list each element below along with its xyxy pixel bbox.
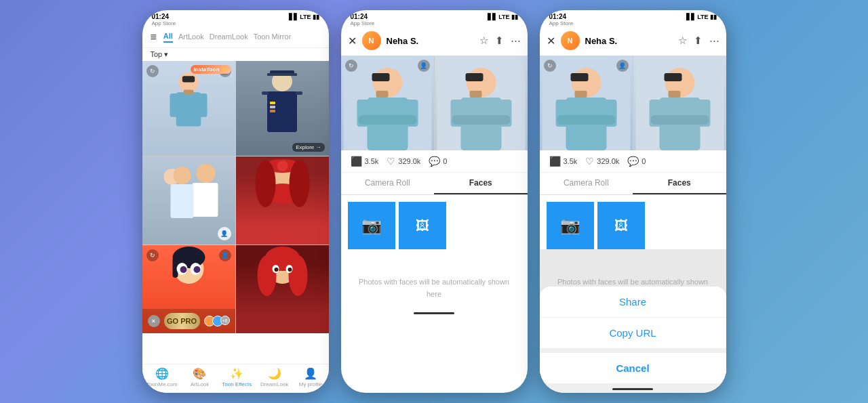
image-family: 👤	[142, 156, 235, 245]
share-icon-3[interactable]: ⬆	[694, 35, 703, 47]
share-icon-2[interactable]: ⬆	[495, 35, 504, 47]
phone-2: 01:24 ▋▋ LTE ▮▮ App Store ✕ N Neha S. ☆ …	[341, 10, 528, 393]
lte-label-3: LTE	[697, 14, 708, 20]
battery-icon-2: ▮▮	[511, 14, 518, 20]
share-button[interactable]: Share	[540, 287, 726, 318]
camera-upload-btn-2[interactable]: 📷	[348, 202, 395, 249]
grid-item-toon[interactable]: ↻ 👤 ×	[142, 245, 235, 333]
app-store-label-1: App Store	[142, 20, 329, 28]
time-2: 01:24	[351, 13, 368, 20]
badge-instatoon: InstaToon ⚡	[191, 65, 231, 74]
nav-item-profile[interactable]: 👤 My profile	[297, 367, 324, 387]
nav-item-dreamlook[interactable]: 🌙 DreamLook	[260, 367, 288, 387]
svg-point-36	[257, 255, 276, 296]
gallery-upload-btn-3[interactable]: 🖼	[597, 202, 645, 249]
tab-faces-3[interactable]: Faces	[633, 173, 726, 194]
nav-header-1: ≡ All ArtLook DreamLook Toon Mirror	[142, 28, 329, 48]
star-icon-2[interactable]: ☆	[479, 35, 488, 47]
svg-rect-48	[372, 73, 389, 81]
sync-icon-orig-2: ↻	[345, 60, 357, 72]
nav-item-artlook[interactable]: 🎨 ArtLook	[186, 367, 213, 387]
hamburger-icon[interactable]: ≡	[151, 31, 157, 43]
tab-camera-roll-3[interactable]: Camera Roll	[540, 173, 633, 194]
filter-top[interactable]: Top ▾	[142, 48, 329, 61]
gallery-upload-btn-2[interactable]: 🖼	[399, 202, 446, 249]
go-pro-button[interactable]: GO PRO	[164, 313, 200, 329]
avatar-count: +6	[220, 316, 230, 325]
more-icon-2[interactable]: ⋯	[511, 35, 521, 47]
comment-icon-3: 💬	[627, 156, 639, 167]
image-man-blue: ↻ 👤	[142, 61, 235, 156]
nav-item-toonme[interactable]: 🌐 ToonMe.com	[146, 367, 178, 387]
nav-label-tooneffects: Toon Effects	[222, 381, 252, 387]
svg-point-40	[274, 268, 278, 272]
content-tabs-2: Camera Roll Faces	[341, 173, 528, 195]
tab-artlook[interactable]: ArtLook	[178, 33, 204, 42]
svg-rect-20	[170, 184, 193, 218]
home-indicator-3	[540, 384, 726, 393]
svg-rect-14	[262, 91, 269, 95]
svg-point-26	[289, 160, 309, 207]
close-button-2[interactable]: ✕	[348, 35, 357, 47]
svg-rect-11	[270, 102, 275, 104]
tab-dreamlook[interactable]: DreamLook	[210, 33, 248, 42]
tab-all[interactable]: All	[163, 32, 173, 43]
heart-icon-3: ♡	[585, 156, 594, 167]
battery-icon-3: ▮▮	[710, 14, 717, 20]
nav-tabs-1: All ArtLook DreamLook Toon Mirror	[163, 32, 291, 43]
svg-point-23	[277, 161, 288, 171]
tab-faces-2[interactable]: Faces	[434, 173, 528, 194]
status-bar-3: 01:24 ▋▋ LTE ▮▮	[540, 10, 726, 20]
grid-item-uniform[interactable]: Explore →	[236, 61, 329, 156]
grid-item-man-blue[interactable]: ↻ 👤 InstaToon ⚡	[142, 61, 235, 156]
svg-rect-15	[296, 91, 302, 95]
face-icon-toon: 👤	[219, 249, 231, 261]
svg-rect-65	[574, 91, 587, 98]
red-woman-figure	[236, 156, 329, 245]
close-button-3[interactable]: ✕	[547, 35, 555, 47]
svg-rect-12	[270, 106, 275, 108]
cancel-button[interactable]: Cancel	[540, 353, 726, 384]
camera-upload-btn-3[interactable]: 📷	[547, 202, 594, 249]
grid-item-red-woman[interactable]	[236, 156, 329, 245]
tab-camera-roll-2[interactable]: Camera Roll	[341, 173, 435, 194]
go-pro-bar: × GO PRO +6	[142, 309, 235, 333]
upload-area-2: 📷 🖼	[341, 195, 528, 249]
go-pro-close-btn[interactable]: ×	[148, 315, 160, 327]
share-sheet: Share Copy URL Cancel	[540, 287, 726, 393]
heart-icon-2: ♡	[387, 156, 395, 167]
transformed-man-figure	[435, 56, 528, 150]
phone-1: 01:24 ▋▋ LTE ▮▮ App Store ≡ All ArtLook …	[142, 10, 329, 393]
tab-toonmirror[interactable]: Toon Mirror	[254, 33, 292, 42]
svg-rect-73	[668, 91, 680, 98]
copy-url-button[interactable]: Copy URL	[540, 318, 726, 349]
grid-item-family[interactable]: 👤	[142, 156, 235, 245]
image-red-woman	[236, 156, 329, 245]
svg-point-32	[180, 266, 186, 273]
more-icon-3[interactable]: ⋯	[709, 35, 719, 47]
grid-item-redhair[interactable]	[236, 245, 329, 333]
result-images-2: ↻ 👤	[341, 56, 528, 150]
original-image-3: ↻ 👤	[540, 56, 633, 150]
transformed-man-figure-3	[633, 56, 726, 150]
svg-rect-13	[270, 110, 275, 112]
nav-icon-dreamlook: 🌙	[268, 367, 281, 380]
time-3: 01:24	[549, 13, 567, 20]
battery-icon: ▮▮	[313, 14, 319, 20]
share-stat-icon-3: ⬛	[549, 156, 561, 167]
likes-stat-2: ♡ 329.0k	[387, 156, 420, 167]
svg-rect-47	[358, 115, 416, 125]
badge-explore: Explore →	[292, 143, 324, 152]
user-avatar-3: N	[561, 31, 580, 50]
shares-stat-2: ⬛ 3.5k	[351, 156, 379, 167]
svg-rect-55	[452, 115, 510, 125]
status-bar-1: 01:24 ▋▋ LTE ▮▮	[142, 10, 329, 20]
nav-item-tooneffects[interactable]: ✨ Toon Effects	[222, 367, 252, 387]
star-icon-3[interactable]: ☆	[678, 35, 687, 47]
stats-row-3: ⬛ 3.5k ♡ 329.0k 💬 0	[540, 150, 726, 173]
content-grid-1: ↻ 👤 InstaToon ⚡	[142, 61, 329, 364]
shares-count-3: 3.5k	[564, 157, 578, 165]
svg-rect-72	[664, 73, 682, 81]
app-store-label-2: App Store	[341, 20, 528, 28]
header-2: ✕ N Neha S. ☆ ⬆ ⋯	[341, 28, 528, 56]
